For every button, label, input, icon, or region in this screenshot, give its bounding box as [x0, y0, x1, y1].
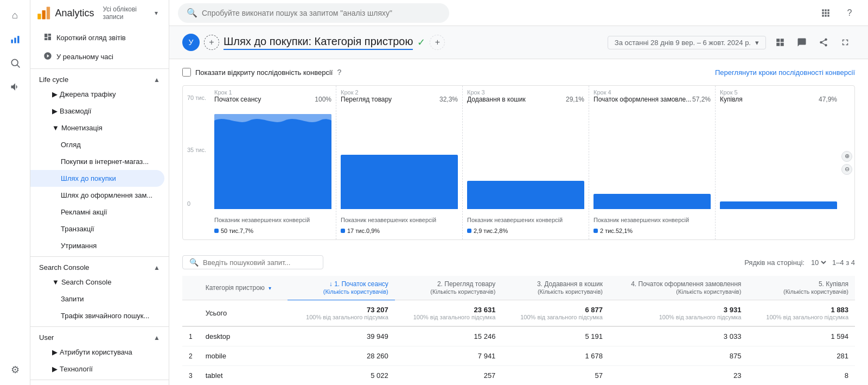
view-steps-link[interactable]: Переглянути кроки послідовності конверсі… — [715, 68, 855, 77]
sidebar: Analytics Усі облікові записи ▾ Короткий… — [30, 0, 169, 385]
th-col1[interactable]: ↓ 1. Початок сеансу (Кількість користува… — [288, 276, 395, 300]
row1-col4: 3 033 — [609, 326, 748, 346]
search-input[interactable] — [202, 9, 441, 17]
step2-name-row: Перегляд товару 32,3% — [341, 96, 458, 103]
share-icon[interactable] — [814, 33, 833, 52]
rows-per-page-select[interactable]: 10 25 50 — [809, 258, 828, 267]
row1-num: 1 — [182, 326, 199, 346]
lifecycle-section[interactable]: Life cycle ▲ — [30, 71, 169, 86]
search-box[interactable]: 🔍 — [178, 3, 449, 23]
nav-explore-icon[interactable] — [4, 52, 26, 74]
step4-bar — [593, 194, 711, 209]
stat-dot-3 — [467, 229, 471, 233]
row2-col4: 875 — [609, 346, 748, 366]
th-num — [182, 276, 199, 300]
sidebar-item-realtime[interactable]: У реальному часі — [30, 47, 164, 66]
table-search-box[interactable]: 🔍 — [182, 255, 323, 269]
row2-col3: 1 678 — [502, 346, 609, 366]
expand-interactions-icon: ▶ — [52, 107, 58, 115]
funnel-steps-container: Крок 1 Початок сеансу 100% Показник — [183, 86, 854, 239]
sidebar-item-queries[interactable]: Запити — [30, 291, 164, 307]
sidebar-nav: Короткий огляд звітів У реальному часі L… — [30, 26, 169, 380]
table-toolbar: 🔍 Рядків на сторінці: 10 25 50 1–4 з 4 — [182, 249, 855, 276]
help-icon-btn[interactable]: ? — [840, 3, 859, 23]
step3-name-row: Додавання в кошик 29,1% — [467, 96, 584, 103]
nav-settings-icon[interactable]: ⚙ — [4, 359, 26, 381]
th-dimension[interactable]: Категорія пристрою ▾ — [199, 276, 288, 300]
step4-abandoned-label: Показник незавершених конверсій — [593, 217, 711, 223]
sidebar-item-organic-traffic[interactable]: Трафік звичайного пошук... — [30, 307, 164, 324]
view-toggle-icon[interactable] — [770, 33, 790, 52]
scroll-down-btn[interactable]: ⊖ — [841, 164, 852, 175]
top-bar: 🔍 ? — [169, 0, 868, 26]
rows-per-page-label: Рядків на сторінці: — [744, 258, 805, 267]
sidebar-item-retention[interactable]: Утримання — [30, 237, 164, 254]
sidebar-item-purchase-path[interactable]: Шлях до покупки — [30, 170, 164, 187]
sidebar-item-interactions[interactable]: ▶ Взаємодії — [30, 103, 164, 119]
sidebar-item-user-attributes[interactable]: ▶ Атрибути користувача — [30, 344, 164, 361]
table-row: 1 desktop 39 949 15 246 5 191 3 033 1 59… — [182, 326, 855, 346]
account-selector[interactable]: Усі облікові записи ▾ — [98, 3, 162, 23]
stat-dot-1 — [214, 229, 219, 233]
help-tooltip-icon[interactable]: ? — [337, 68, 341, 77]
th-col5[interactable]: 5. Купівля (Кількість користувачів) — [748, 276, 855, 300]
table-search-input[interactable] — [203, 258, 316, 267]
step1-abandoned-label: Показник незавершених конверсій — [214, 217, 331, 223]
total-col4: 3 931 100% від загального підсумка — [609, 300, 748, 327]
sidebar-item-promos[interactable]: Рекламні акції — [30, 204, 164, 220]
y-axis-70k: 70 тис. — [187, 94, 206, 101]
expand-icon[interactable] — [835, 33, 855, 52]
sidebar-item-monetization[interactable]: ▼ Монетизація — [30, 119, 164, 136]
row1-col1: 39 949 — [288, 326, 395, 346]
table-row: 3 tablet 5 022 257 57 23 8 — [182, 366, 855, 386]
step5-name-row: Купівля 47,9% — [720, 96, 837, 103]
step3-abandoned-label: Показник незавершених конверсій — [467, 217, 584, 223]
nav-reports-icon[interactable] — [4, 28, 26, 50]
table-section: 🔍 Рядків на сторінці: 10 25 50 1–4 з 4 — [169, 249, 868, 385]
main-content: Показати відкриту послідовність конверсі… — [169, 59, 868, 385]
analytics-logo — [37, 5, 50, 21]
sidebar-item-search-console[interactable]: ▼ Search Console — [30, 274, 164, 291]
row3-col4: 23 — [609, 366, 748, 386]
bar-wave-svg — [214, 114, 331, 127]
open-sequence-checkbox[interactable] — [182, 68, 191, 77]
th-col2[interactable]: 2. Перегляд товару (Кількість користувач… — [395, 276, 502, 300]
user-section[interactable]: User ▲ — [30, 329, 169, 344]
add-view-btn[interactable]: + — [204, 35, 219, 50]
y-axis-0: 0 — [187, 200, 190, 207]
sidebar-item-overview-mon[interactable]: Огляд — [30, 136, 164, 153]
expand-sc-icon: ▼ — [52, 278, 59, 286]
step2-abandoned-label: Показник незавершених конверсій — [341, 217, 458, 223]
sidebar-item-traffic[interactable]: ▶ Джерела трафіку — [30, 86, 164, 103]
data-table: Категорія пристрою ▾ ↓ 1. Початок сеансу… — [182, 276, 855, 385]
th-col4[interactable]: 4. Початок оформлення замовлення (Кількі… — [609, 276, 748, 300]
th-col3[interactable]: 3. Додавання в кошик (Кількість користув… — [502, 276, 609, 300]
table-row: 2 mobile 28 260 7 941 1 678 875 281 — [182, 346, 855, 366]
app-title: Analytics — [55, 8, 94, 19]
sidebar-item-transactions[interactable]: Транзакції — [30, 220, 164, 237]
sidebar-item-technologies[interactable]: ▶ Технології — [30, 361, 164, 377]
report-avatar: У — [182, 34, 200, 51]
realtime-icon — [43, 52, 52, 62]
row1-col2: 15 246 — [395, 326, 502, 346]
row1-col3: 5 191 — [502, 326, 609, 346]
row1-col5: 1 594 — [748, 326, 855, 346]
date-range-selector[interactable]: За останні 28 днів 9 вер. – 6 жовт. 2024… — [608, 36, 766, 49]
table-search-icon: 🔍 — [189, 258, 199, 267]
sidebar-item-checkout-path[interactable]: Шлях до оформлення зам... — [30, 187, 164, 204]
step1-label: Крок 1 — [214, 89, 331, 96]
search-console-section[interactable]: Search Console ▲ — [30, 259, 169, 274]
sidebar-item-shop[interactable]: Покупки в інтернет-магаз... — [30, 153, 164, 170]
nav-advertising-icon[interactable] — [4, 76, 26, 98]
table-header-row: Категорія пристрою ▾ ↓ 1. Початок сеансу… — [182, 276, 855, 300]
user-collapse-icon: ▲ — [154, 334, 160, 342]
comment-icon[interactable] — [792, 33, 812, 52]
scroll-up-btn[interactable]: ⊕ — [841, 151, 852, 162]
step4-abandoned-stat: 2 тис.52,1% — [593, 228, 711, 234]
funnel-chart-wrapper: 70 тис. 35 тис. 0 Крок 1 Початок сеансу … — [182, 85, 855, 240]
nav-home-icon[interactable]: ⌂ — [4, 4, 26, 26]
sidebar-item-overview[interactable]: Короткий огляд звітів — [30, 28, 164, 47]
add-comparison-btn[interactable]: + — [430, 35, 445, 50]
row2-num: 2 — [182, 346, 199, 366]
apps-icon-btn[interactable] — [816, 3, 835, 23]
